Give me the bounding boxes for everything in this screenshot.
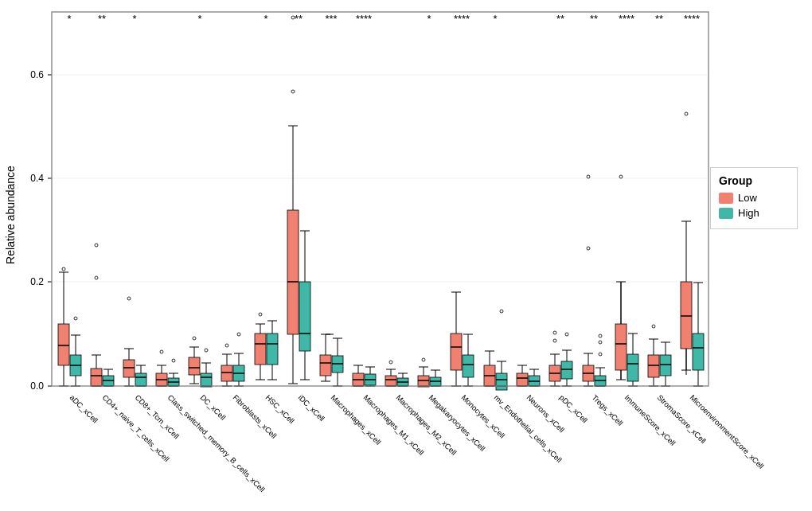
sig-12: **** (454, 13, 470, 25)
svg-rect-169 (451, 334, 462, 370)
sig-2: * (132, 13, 136, 25)
sig-4: * (197, 13, 201, 25)
sig-18: ** (655, 13, 663, 25)
sig-15: ** (556, 13, 564, 25)
sig-9: **** (356, 13, 372, 25)
svg-rect-175 (463, 355, 474, 377)
svg-rect-194 (517, 373, 528, 386)
sig-11: * (427, 13, 431, 25)
legend-title: Group (719, 174, 789, 187)
sig-0: * (67, 13, 71, 25)
y-tick-06: 0.6 (30, 69, 44, 80)
svg-rect-104 (287, 210, 299, 334)
sig-19: **** (684, 13, 700, 25)
svg-rect-239 (615, 324, 627, 370)
sig-17: **** (619, 13, 634, 25)
svg-rect-265 (681, 282, 692, 349)
svg-rect-272 (693, 334, 704, 370)
svg-rect-36 (123, 360, 135, 377)
legend-label-low: Low (738, 192, 757, 204)
svg-rect-63 (189, 357, 200, 375)
sig-13: * (493, 13, 497, 25)
svg-rect-143 (385, 376, 396, 386)
legend-label-high: High (738, 207, 759, 219)
y-tick-02: 0.2 (30, 276, 44, 287)
chart-svg: Relative abundance 0.0 0.2 0.4 0.6 (0, 0, 812, 511)
sig-6: * (264, 13, 267, 25)
sig-16: ** (590, 13, 598, 25)
svg-rect-22 (91, 369, 102, 386)
legend-item-high: High (719, 207, 789, 219)
legend-item-low: Low (719, 192, 789, 204)
svg-rect-8 (58, 324, 69, 365)
svg-rect-156 (418, 376, 429, 387)
chart-container: Relative abundance 0.0 0.2 0.4 0.6 (0, 0, 812, 511)
svg-rect-246 (627, 354, 638, 381)
svg-rect-77 (221, 365, 232, 381)
svg-rect-43 (135, 373, 146, 386)
legend-swatch-high (719, 208, 733, 219)
legend-swatch-low (719, 193, 733, 204)
svg-rect-112 (299, 282, 310, 351)
sig-7: ** (295, 13, 303, 25)
svg-rect-259 (660, 355, 671, 376)
svg-rect-187 (496, 373, 507, 390)
svg-rect-98 (267, 334, 278, 365)
svg-rect-70 (201, 373, 212, 387)
svg-rect-214 (561, 361, 572, 379)
sig-1: ** (98, 13, 106, 25)
legend-box: Group Low High (710, 167, 798, 229)
sig-8: *** (325, 13, 337, 25)
y-axis-label: Relative abundance (4, 166, 17, 264)
svg-rect-252 (648, 355, 659, 377)
y-tick-04: 0.4 (30, 173, 44, 184)
svg-rect-1 (52, 12, 709, 386)
y-tick-0: 0.0 (30, 380, 44, 392)
svg-rect-91 (255, 334, 266, 365)
svg-rect-119 (320, 355, 331, 376)
